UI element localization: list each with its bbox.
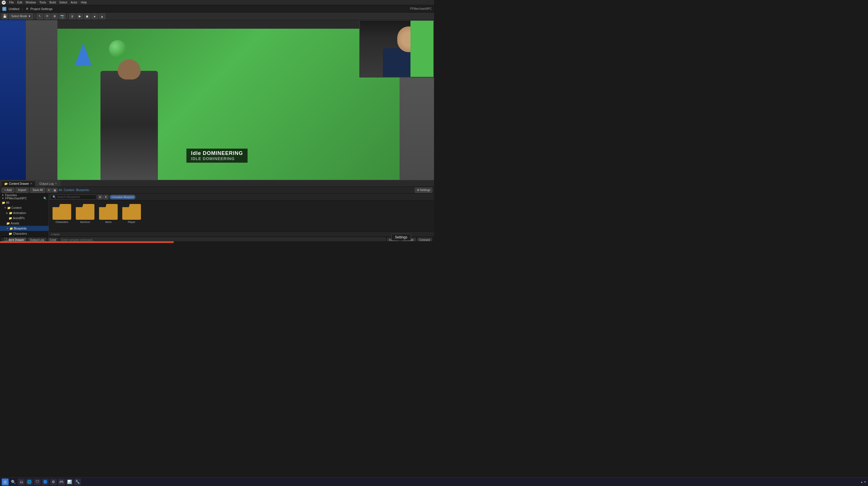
favorites-arrow: ▼	[2, 194, 4, 197]
tab-output-log-close[interactable]: ✕	[55, 182, 57, 185]
folder-icon-content: 📁	[7, 206, 11, 209]
webcam-bg-green	[410, 21, 433, 77]
filter-search-box[interactable]: 🔍 Search Blueprints	[51, 195, 96, 200]
asset-thumb-characters	[53, 204, 71, 220]
tab-output-log[interactable]: Output Log ✕	[36, 181, 60, 187]
tree-item-animation[interactable]: ▶ 📁 Animation	[0, 210, 49, 216]
tree-label-blueprints: Blueprints	[14, 227, 26, 230]
toolbar-camera-icon[interactable]: 📷	[59, 13, 65, 19]
tab-output-log-label: Output Log	[39, 182, 53, 185]
project-label: FPMerchantNPC	[5, 197, 27, 200]
tree-label-animation: Animation	[13, 212, 26, 215]
add-button[interactable]: + Add	[2, 188, 14, 193]
menu-bar: U File Edit Window Tools Build Select Ac…	[0, 0, 434, 5]
scene-blue-cone	[74, 43, 92, 66]
project-search-icon[interactable]: 🔍	[43, 197, 47, 200]
asset-characters[interactable]: Characters	[51, 203, 73, 225]
title-separator: ›	[22, 7, 23, 11]
toolbar-transform-2[interactable]: ⟳	[44, 13, 51, 19]
tab-content-drawer[interactable]: 📂 Content Drawer ✕	[1, 181, 36, 187]
folder-icon-all: 📁	[2, 201, 5, 204]
content-browser-main: ▼ Favorites ▼ FPMerchantNPC 🔍 📁 All	[0, 194, 434, 237]
select-mode-dropdown[interactable]: Select Mode ▼	[9, 13, 33, 19]
project-icon: U	[2, 7, 6, 11]
toolbar-record-btn[interactable]: ●	[92, 13, 98, 19]
select-mode-label: Select Mode	[11, 14, 27, 18]
bottom-area: 📂 Content Drawer ✕ Output Log ✕ + Add Im…	[0, 180, 434, 243]
toolbar-transform-3[interactable]: ⊕	[52, 13, 58, 19]
tree-item-assets[interactable]: 📁 Assets	[0, 221, 49, 226]
filter-search-placeholder: Search Blueprints	[57, 195, 80, 198]
asset-label-itemgun: ItemGun	[80, 221, 90, 224]
toolbar-save-icon[interactable]: 💾	[2, 13, 8, 19]
filter-icon-1[interactable]: ⊞	[98, 195, 103, 199]
filter-icon-2[interactable]: ▼	[103, 195, 108, 199]
main-toolbar: 💾 Select Mode ▼ ↖ ⟳ ⊕ 📷 ⏸ ▶ ⏹ ● ▲	[0, 12, 434, 20]
tree-label-assets: Assets	[11, 222, 19, 225]
breadcrumb-sep-2: ›	[74, 189, 75, 192]
tab-content-drawer-icon: 📂	[4, 182, 8, 185]
tab-content-drawer-close[interactable]: ✕	[30, 182, 32, 185]
app-logo: U	[2, 1, 6, 5]
breadcrumb-content[interactable]: Content	[64, 189, 74, 192]
menu-tools[interactable]: Tools	[39, 1, 46, 4]
cb-content-area: 🔍 Search Blueprints ⊞ ▼ Animation Bluepr…	[49, 194, 434, 237]
settings-br-label: Settings	[395, 235, 407, 239]
viewport[interactable]: Idle DOMINEERING IDLE DOMINEERING 83 act…	[0, 20, 434, 243]
breadcrumb-all[interactable]: All	[59, 189, 62, 192]
filter-search-icon: 🔍	[53, 195, 56, 198]
content-browser-tabs: 📂 Content Drawer ✕ Output Log ✕	[0, 181, 434, 187]
asset-player[interactable]: Player	[121, 203, 143, 225]
import-button[interactable]: Import	[16, 188, 29, 193]
menu-actor[interactable]: Actor	[71, 1, 77, 4]
item-count-bar: 4 Items	[49, 231, 434, 237]
tree-item-all[interactable]: 📁 All	[0, 200, 49, 205]
tree-item-blueprints[interactable]: ▼ 📁 Blueprints	[0, 226, 49, 231]
scene-blue-panel	[0, 20, 26, 180]
cb-refresh-icon[interactable]: ↻	[46, 188, 52, 193]
folder-icon-blueprints: 📁	[9, 227, 13, 230]
breadcrumb-blueprints[interactable]: Blueprints	[76, 189, 89, 192]
menu-help[interactable]: Help	[81, 1, 87, 4]
toolbar-separator-1	[35, 14, 35, 19]
filter-bar: 🔍 Search Blueprints ⊞ ▼ Animation Bluepr…	[49, 194, 434, 200]
cb-settings-button[interactable]: ⚙ Settings	[415, 188, 432, 193]
folder-icon-characters: 📁	[9, 232, 12, 235]
tree-item-characters[interactable]: 📁 Characters	[0, 231, 49, 236]
webcam-overlay	[360, 20, 434, 77]
webcam-person	[360, 21, 433, 77]
tree-label-all: All	[6, 201, 9, 204]
content-browser-toolbar: + Add Import Save All ↻ ▦ All › Content …	[0, 187, 434, 194]
save-all-button[interactable]: Save All	[30, 188, 45, 193]
menu-edit[interactable]: Edit	[17, 1, 22, 4]
scene-green-sphere	[109, 40, 126, 57]
toolbar-play-btn[interactable]: ▶	[76, 13, 83, 19]
menu-file[interactable]: File	[9, 1, 14, 4]
scene-animation-label: Idle DOMINEERING IDLE DOMINEERING	[186, 149, 247, 163]
toolbar-transform-1[interactable]: ↖	[37, 13, 43, 19]
project-header[interactable]: ▼ FPMerchantNPC 🔍	[0, 197, 49, 200]
asset-grid: Characters ItemGun Items Player	[49, 200, 434, 231]
animation-blueprint-tag[interactable]: Animation Blueprint	[110, 195, 135, 199]
asset-itemgun[interactable]: ItemGun	[74, 203, 96, 225]
scene-grey-corridor	[26, 20, 57, 180]
item-count-label: 4 Items	[51, 233, 60, 236]
menu-select[interactable]: Select	[59, 1, 67, 4]
filter-icons: ⊞ ▼	[98, 195, 108, 199]
menu-window[interactable]: Window	[26, 1, 36, 4]
toolbar-pause-btn[interactable]: ⏸	[69, 13, 75, 19]
toolbar-stop-btn[interactable]: ⏹	[84, 13, 90, 19]
window-title-right: FPMerchantNPC	[410, 7, 432, 10]
folder-icon-assets: 📁	[6, 222, 10, 225]
project-settings-button[interactable]: ⚙ Project Settings	[25, 7, 53, 11]
settings-button-br[interactable]: Settings	[391, 234, 411, 241]
menu-build[interactable]: Build	[50, 1, 56, 4]
favorites-label: Favorites	[5, 194, 17, 197]
cb-filter-icon[interactable]: ▦	[52, 188, 57, 193]
folder-icon-animation: 📁	[9, 212, 12, 215]
favorites-header[interactable]: ▼ Favorites	[0, 194, 49, 197]
tree-item-content[interactable]: ▼ 📁 Content	[0, 205, 49, 210]
tree-item-animbps[interactable]: 📁 AnimBPs	[0, 216, 49, 221]
toolbar-eject-btn[interactable]: ▲	[99, 13, 105, 19]
asset-items[interactable]: Items	[98, 203, 119, 225]
